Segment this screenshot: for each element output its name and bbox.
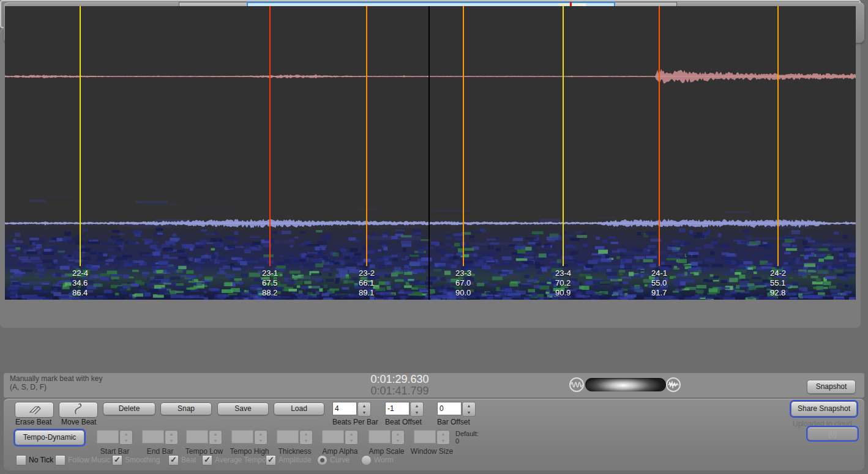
snapshot-button[interactable]: Snapshot bbox=[807, 380, 856, 394]
worm-radio[interactable] bbox=[361, 455, 372, 465]
beat-time-value: 90.0 bbox=[455, 288, 471, 298]
tempo-dynamic-button[interactable]: Tempo-Dynamic bbox=[15, 430, 84, 445]
sine-wave-icon bbox=[571, 379, 583, 391]
bar-offset-input[interactable] bbox=[437, 402, 462, 415]
erase-beat-button[interactable] bbox=[15, 402, 54, 418]
spinner-up-icon[interactable]: ▲ bbox=[463, 402, 475, 409]
spinner-buttons: ▲▼ bbox=[345, 430, 358, 445]
load-button[interactable]: Load bbox=[274, 402, 324, 415]
beat-marker-line-24-1 bbox=[659, 6, 660, 266]
spinner-up-icon: ▲ bbox=[209, 431, 222, 437]
spinner-up-icon: ▲ bbox=[392, 431, 404, 437]
average-tempo-checkbox[interactable]: ✓ bbox=[202, 455, 212, 465]
amp-alpha-input bbox=[322, 430, 344, 443]
average-tempo-label: Average Tempo bbox=[215, 456, 266, 464]
window-size-label: Window Size bbox=[402, 447, 463, 456]
curve-radio[interactable] bbox=[317, 455, 327, 465]
amp-scale-input bbox=[369, 430, 391, 443]
waveform-button[interactable] bbox=[666, 377, 681, 392]
time-current: 0:01:29.630 bbox=[370, 373, 428, 386]
spectrogram-panel: 22-434.686.423-167.588.223-266.189.123-3… bbox=[0, 28, 861, 328]
spinner-buttons: ▲▼ bbox=[254, 430, 268, 445]
check-icon: ✓ bbox=[114, 455, 121, 464]
beat-tempo-value: 55.1 bbox=[770, 278, 786, 288]
beat-time-value: 86.4 bbox=[72, 288, 88, 298]
spinner-down-icon: ▼ bbox=[437, 437, 449, 444]
waveform-icon bbox=[667, 379, 679, 391]
beat-checkbox[interactable]: ✓ bbox=[168, 455, 179, 465]
spinner-up-icon[interactable]: ▲ bbox=[358, 402, 370, 409]
beat-key-hint: Manually mark beat with key bbox=[10, 374, 102, 383]
default-value: 0 bbox=[455, 437, 459, 445]
beat-time-value: 91.7 bbox=[651, 288, 667, 298]
move-beat-icon bbox=[59, 402, 96, 416]
spinner-buttons[interactable]: ▲▼ bbox=[357, 402, 371, 417]
beat-tempo-value: 67.0 bbox=[455, 278, 471, 288]
metronome-volume-slider[interactable] bbox=[585, 378, 666, 391]
beat-marker-line-23-2 bbox=[366, 6, 367, 266]
move-beat-button[interactable] bbox=[59, 402, 98, 418]
beat-key-hint-keys: (A, S, D, F) bbox=[10, 383, 47, 391]
beats-per-bar-label: Beats Per Bar bbox=[332, 418, 378, 426]
erase-beat-label: Erase Beat bbox=[15, 418, 51, 426]
spinner-down-icon[interactable]: ▼ bbox=[463, 409, 475, 416]
spinner-down-icon[interactable]: ▼ bbox=[411, 409, 423, 416]
share-snapshot-button[interactable]: Share Snapshot bbox=[791, 401, 857, 417]
follow-music-label: Follow Music bbox=[68, 456, 110, 464]
spinner-up-icon: ▲ bbox=[255, 431, 267, 437]
tempo-low-input bbox=[186, 430, 208, 443]
spinner-down-icon[interactable]: ▼ bbox=[358, 409, 370, 416]
spinner-buttons: ▲▼ bbox=[299, 430, 313, 445]
beat-label-24-1: 24-155.091.7 bbox=[651, 268, 667, 298]
spinner-buttons: ▲▼ bbox=[436, 430, 450, 445]
beat-marker-line-22-4 bbox=[80, 6, 81, 266]
beats-per-bar-input[interactable] bbox=[332, 402, 357, 415]
spinner-down-icon: ▼ bbox=[209, 437, 222, 444]
beat-tempo-value: 55.0 bbox=[651, 278, 667, 288]
spinner-up-icon: ▲ bbox=[437, 431, 449, 437]
thickness-input bbox=[277, 430, 299, 443]
spinner-down-icon: ▼ bbox=[165, 437, 178, 444]
no-tick-checkbox[interactable] bbox=[16, 455, 26, 465]
beat-bar-number: 23-2 bbox=[359, 268, 375, 278]
smoothing-label: Smoothing bbox=[125, 456, 160, 464]
beat-bar-number: 24-1 bbox=[651, 268, 667, 278]
spectrogram-view[interactable]: 22-434.686.423-167.588.223-266.189.123-3… bbox=[5, 6, 856, 300]
beat-bar-number: 23-1 bbox=[262, 268, 278, 278]
spinner-down-icon: ▼ bbox=[255, 437, 267, 444]
spinner-buttons[interactable]: ▲▼ bbox=[410, 402, 424, 417]
delete-button[interactable]: Delete bbox=[103, 402, 155, 415]
beat-bar-number: 23-4 bbox=[555, 268, 571, 278]
beat-offset-input[interactable] bbox=[385, 402, 410, 415]
amplitude-checkbox[interactable]: ✓ bbox=[266, 455, 276, 465]
spinner-up-icon: ▲ bbox=[165, 431, 178, 437]
start-bar-input bbox=[97, 430, 119, 443]
spinner-up-icon[interactable]: ▲ bbox=[411, 402, 423, 409]
beat-tempo-value: 67.5 bbox=[262, 278, 278, 288]
beat-time-value: 88.2 bbox=[262, 288, 278, 298]
check-icon: ✓ bbox=[268, 455, 274, 464]
check-icon: ✓ bbox=[170, 455, 177, 464]
beat-bar-number: 23-3 bbox=[455, 268, 471, 278]
spinner-buttons[interactable]: ▲▼ bbox=[462, 402, 476, 417]
beat-offset-label: Beat Offset bbox=[385, 418, 422, 426]
spinner-buttons: ▲▼ bbox=[165, 430, 178, 445]
spinner-up-icon: ▲ bbox=[300, 431, 312, 437]
spinner-down-icon: ▼ bbox=[300, 437, 312, 444]
beat-label-24-2: 24-255.192.8 bbox=[770, 268, 786, 298]
snap-button[interactable]: Snap bbox=[160, 402, 212, 415]
worm-label: Worm bbox=[374, 456, 394, 464]
cloud-link-button[interactable]: [0] bbox=[807, 427, 858, 440]
spinner-up-icon: ▲ bbox=[345, 431, 357, 437]
sine-wave-button[interactable] bbox=[569, 377, 584, 392]
beat-time-value: 89.1 bbox=[359, 288, 375, 298]
save-button[interactable]: Save bbox=[217, 402, 269, 415]
follow-music-checkbox[interactable] bbox=[55, 455, 65, 465]
beat-label-22-4: 22-434.686.4 bbox=[72, 268, 88, 298]
beat-label-23-2: 23-266.189.1 bbox=[359, 268, 375, 298]
time-total: 0:01:41.799 bbox=[370, 385, 428, 398]
smoothing-checkbox[interactable]: ✓ bbox=[112, 455, 122, 465]
end-bar-input bbox=[142, 430, 164, 443]
window-size-input bbox=[414, 430, 436, 443]
status-bar: Manually mark beat with key (A, S, D, F)… bbox=[4, 373, 864, 398]
